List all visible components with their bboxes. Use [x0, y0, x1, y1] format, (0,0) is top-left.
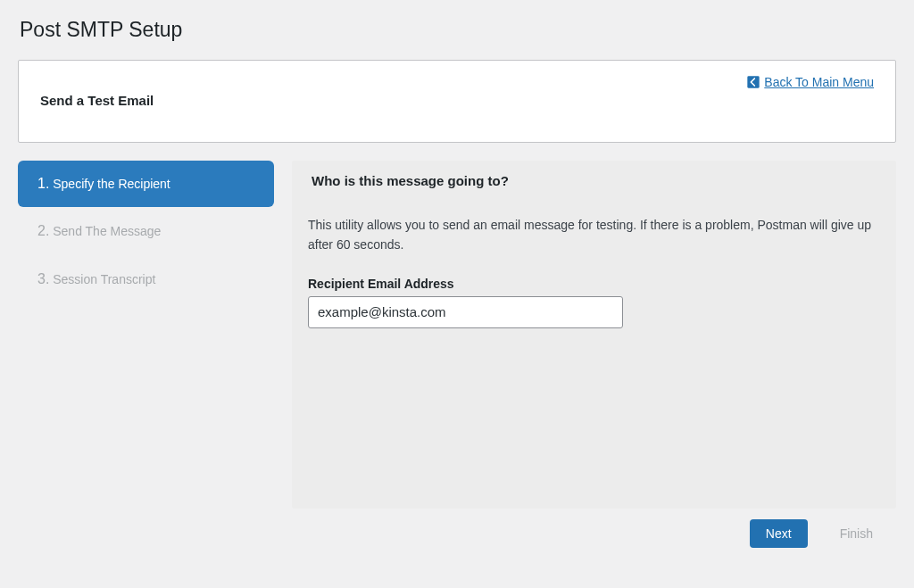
finish-button: Finish [824, 519, 889, 548]
page-title: Post SMTP Setup [18, 18, 896, 42]
step-number: 3. [37, 271, 49, 286]
arrow-left-icon [746, 75, 760, 89]
step-label: Specify the Recipient [53, 177, 170, 191]
step-number: 2. [37, 223, 49, 238]
wizard-content-panel: Who is this message going to? This utili… [292, 161, 896, 509]
recipient-email-input[interactable] [308, 296, 623, 328]
wizard-step-recipient[interactable]: 1. Specify the Recipient [18, 161, 274, 207]
test-email-card: Back To Main Menu Send a Test Email [18, 60, 896, 143]
wizard-steps: 1. Specify the Recipient 2. Send The Mes… [18, 161, 274, 303]
back-link-text: Back To Main Menu [764, 75, 874, 89]
content-heading: Who is this message going to? [308, 173, 880, 188]
wizard-step-transcript[interactable]: 3. Session Transcript [18, 255, 274, 303]
svg-rect-0 [748, 76, 760, 87]
wizard-container: 1. Specify the Recipient 2. Send The Mes… [18, 161, 896, 548]
wizard-step-send[interactable]: 2. Send The Message [18, 207, 274, 255]
step-label: Send The Message [53, 224, 161, 238]
back-to-main-menu-link[interactable]: Back To Main Menu [746, 75, 874, 89]
step-number: 1. [37, 176, 49, 191]
content-description: This utility allows you to send an email… [308, 215, 880, 255]
next-button[interactable]: Next [750, 519, 808, 548]
step-label: Session Transcript [53, 272, 155, 286]
wizard-buttons: Next Finish [292, 519, 896, 548]
recipient-email-label: Recipient Email Address [308, 277, 880, 291]
